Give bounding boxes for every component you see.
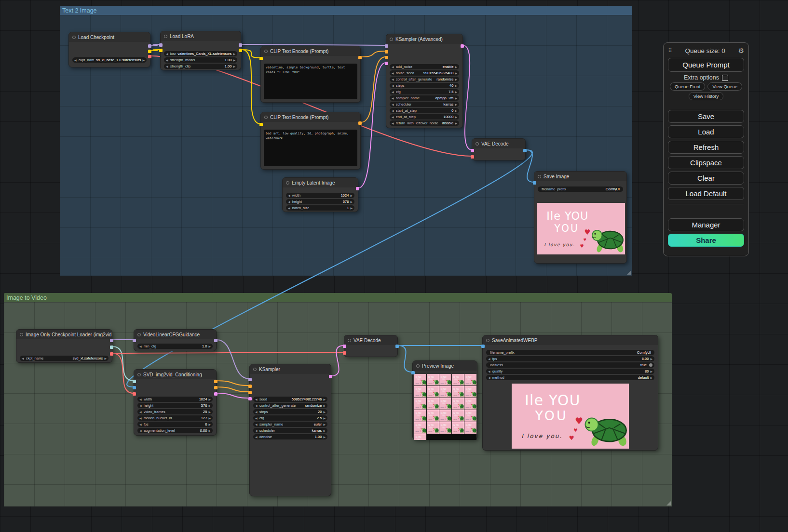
output-slot-image[interactable] bbox=[395, 345, 399, 348]
collapse-dot-icon[interactable] bbox=[416, 364, 420, 368]
decrement-arrow-icon[interactable]: ◀ bbox=[288, 194, 290, 197]
output-slot-clip[interactable] bbox=[148, 50, 151, 53]
output-slot-cond[interactable] bbox=[214, 386, 217, 389]
widget-width[interactable]: ◀width1024▶ bbox=[137, 397, 213, 402]
node-svd-img2vid-conditioning[interactable]: SVD_img2vid_Conditioning◀width1024▶◀heig… bbox=[134, 369, 217, 436]
decrement-arrow-icon[interactable]: ◀ bbox=[392, 78, 394, 81]
output-slot-model[interactable] bbox=[214, 339, 217, 342]
input-slot-image[interactable] bbox=[481, 345, 485, 348]
output-slot-vae[interactable] bbox=[110, 352, 113, 356]
decrement-arrow-icon[interactable]: ◀ bbox=[255, 429, 258, 432]
decrement-arrow-icon[interactable]: ◀ bbox=[392, 109, 394, 112]
decrement-arrow-icon[interactable]: ◀ bbox=[392, 84, 394, 87]
widget-quality[interactable]: ◀quality80▶ bbox=[486, 369, 654, 374]
widget-sampler_name[interactable]: ◀sampler_namedpmpp_2m▶ bbox=[390, 95, 459, 101]
collapse-dot-icon[interactable] bbox=[390, 38, 393, 41]
widget-min_cfg[interactable]: ◀min_cfg1.0▶ bbox=[137, 344, 213, 349]
output-slot-vae[interactable] bbox=[148, 55, 151, 58]
collapse-dot-icon[interactable] bbox=[538, 175, 541, 178]
increment-arrow-icon[interactable]: ▶ bbox=[323, 417, 326, 420]
node-titlebar[interactable]: VAE Decode bbox=[472, 139, 525, 148]
output-slot-latent[interactable] bbox=[356, 187, 359, 190]
decrement-arrow-icon[interactable]: ◀ bbox=[392, 72, 394, 75]
decrement-arrow-icon[interactable]: ◀ bbox=[22, 357, 24, 360]
widget-filename_prefix[interactable]: filename_prefixComfyUI bbox=[538, 186, 623, 192]
output-slot-cond[interactable] bbox=[214, 380, 217, 383]
widget-lossless[interactable]: losslesstrue bbox=[486, 362, 654, 368]
output-slot-latent[interactable] bbox=[214, 392, 217, 396]
node-save-image[interactable]: Save Imagefilename_prefixComfyUI bbox=[534, 171, 627, 264]
node-titlebar[interactable]: SaveAnimatedWEBP bbox=[483, 335, 658, 345]
node-titlebar[interactable]: VideoLinearCFGGuidance bbox=[134, 330, 216, 339]
node-ksampler-video[interactable]: KSampler◀seed508627498122746▶◀control_af… bbox=[249, 364, 331, 496]
decrement-arrow-icon[interactable]: ◀ bbox=[488, 376, 490, 379]
decrement-arrow-icon[interactable]: ◀ bbox=[166, 53, 168, 55]
increment-arrow-icon[interactable]: ▶ bbox=[455, 103, 457, 106]
widget-fps[interactable]: ◀fps6.00▶ bbox=[486, 356, 654, 361]
increment-arrow-icon[interactable]: ▶ bbox=[455, 109, 457, 112]
node-titlebar[interactable]: Save Image bbox=[534, 172, 626, 181]
widget-height[interactable]: ◀height576▶ bbox=[137, 403, 213, 408]
widget-steps[interactable]: ◀steps40▶ bbox=[390, 83, 459, 88]
input-slot-model[interactable] bbox=[248, 378, 252, 381]
collapse-dot-icon[interactable] bbox=[164, 35, 167, 38]
decrement-arrow-icon[interactable]: ◀ bbox=[288, 207, 290, 210]
collapse-dot-icon[interactable] bbox=[72, 36, 76, 39]
widget-ckpt_name[interactable]: ◀ckpt_namesvd_xt.safetensors▶ bbox=[20, 356, 109, 361]
node-save-animated-webp[interactable]: SaveAnimatedWEBPfilename_prefixComfyUI◀f… bbox=[482, 335, 658, 451]
view-history-button[interactable]: View History bbox=[689, 92, 724, 100]
widget-seed[interactable]: ◀seed508627498122746▶ bbox=[253, 397, 327, 402]
increment-arrow-icon[interactable]: ▶ bbox=[650, 370, 652, 373]
decrement-arrow-icon[interactable]: ◀ bbox=[392, 122, 394, 125]
node-graph-canvas[interactable]: Ile YOU YOU I love you. ♥ ♥ ♥ Te bbox=[0, 0, 788, 532]
node-load-checkpoint[interactable]: Load Checkpoint◀ckpt_namesd_xl_base_1.0.… bbox=[68, 32, 150, 67]
increment-arrow-icon[interactable]: ▶ bbox=[233, 65, 235, 68]
node-titlebar[interactable]: Empty Latent Image bbox=[283, 178, 358, 187]
decrement-arrow-icon[interactable]: ◀ bbox=[166, 59, 168, 62]
increment-arrow-icon[interactable]: ▶ bbox=[455, 97, 457, 100]
increment-arrow-icon[interactable]: ▶ bbox=[208, 404, 211, 407]
load-button[interactable]: Load bbox=[668, 125, 744, 138]
widget-scheduler[interactable]: ◀schedulerkarras▶ bbox=[390, 102, 459, 107]
decrement-arrow-icon[interactable]: ◀ bbox=[488, 370, 490, 373]
settings-gear-icon[interactable]: ⚙ bbox=[738, 47, 744, 54]
widget-sampler_name[interactable]: ◀sampler_nameeuler▶ bbox=[253, 422, 327, 427]
increment-arrow-icon[interactable]: ▶ bbox=[350, 200, 353, 203]
input-slot-vae[interactable] bbox=[133, 392, 136, 396]
increment-arrow-icon[interactable]: ▶ bbox=[350, 194, 353, 197]
collapse-dot-icon[interactable] bbox=[286, 181, 289, 185]
increment-arrow-icon[interactable]: ▶ bbox=[104, 357, 107, 360]
node-titlebar[interactable]: Image Only Checkpoint Loader (img2vid mo… bbox=[16, 330, 112, 339]
widget-strength_model[interactable]: ◀strength_model1.00▶ bbox=[164, 57, 237, 63]
input-slot-clip_vision[interactable] bbox=[133, 380, 136, 383]
decrement-arrow-icon[interactable]: ◀ bbox=[139, 423, 142, 426]
decrement-arrow-icon[interactable]: ◀ bbox=[139, 417, 142, 420]
widget-filename_prefix[interactable]: filename_prefixComfyUI bbox=[486, 350, 654, 355]
increment-arrow-icon[interactable]: ▶ bbox=[455, 72, 457, 75]
input-slot-latent[interactable] bbox=[343, 345, 346, 348]
view-queue-button[interactable]: View Queue bbox=[707, 82, 742, 91]
manager-button[interactable]: Manager bbox=[668, 218, 744, 231]
collapse-dot-icon[interactable] bbox=[476, 142, 479, 146]
node-preview-image[interactable]: Preview Image bbox=[412, 360, 477, 440]
input-slot-clip[interactable] bbox=[159, 49, 163, 52]
widget-control_after_generate[interactable]: ◀control_after_generaterandomize▶ bbox=[390, 77, 459, 82]
node-vae-decode-video[interactable]: VAE Decode bbox=[344, 335, 398, 357]
input-slot-clip[interactable] bbox=[259, 123, 263, 126]
node-video-linear-cfg-guidance[interactable]: VideoLinearCFGGuidance◀min_cfg1.0▶ bbox=[134, 329, 217, 351]
increment-arrow-icon[interactable]: ▶ bbox=[455, 84, 457, 87]
collapse-dot-icon[interactable] bbox=[137, 333, 141, 336]
collapse-dot-icon[interactable] bbox=[486, 339, 489, 342]
widget-add_noise[interactable]: ◀add_noiseenable▶ bbox=[390, 64, 459, 69]
widget-width[interactable]: ◀width1024▶ bbox=[286, 193, 354, 198]
input-slot-image[interactable] bbox=[533, 181, 536, 185]
increment-arrow-icon[interactable]: ▶ bbox=[650, 358, 652, 360]
output-slot-latent[interactable] bbox=[461, 44, 464, 48]
widget-noise_seed[interactable]: ◀noise_seed990155496226408▶ bbox=[390, 70, 459, 76]
increment-arrow-icon[interactable]: ▶ bbox=[233, 53, 235, 55]
widget-motion_bucket_id[interactable]: ◀motion_bucket_id127▶ bbox=[137, 415, 213, 421]
toggle-dot-icon[interactable] bbox=[649, 363, 652, 367]
input-slot-cond[interactable] bbox=[385, 50, 388, 53]
collapse-dot-icon[interactable] bbox=[137, 373, 141, 376]
widget-denoise[interactable]: ◀denoise1.00▶ bbox=[253, 434, 327, 439]
